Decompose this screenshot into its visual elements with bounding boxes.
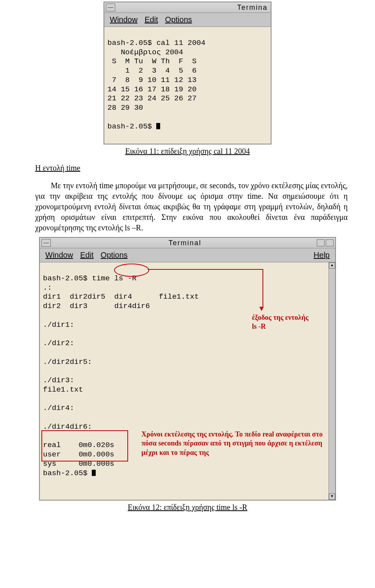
terminal-body-2: bash-2.05$ time ls -R .: dir1 dir2dir5 d… [40,262,335,500]
menubar-2: Window Edit Options Help [40,248,335,262]
paragraph-text: Με την εντολή time μπορούμε να μετρήσουμ… [35,180,348,233]
cursor-icon [92,470,96,476]
terminal-line: dir2 dir3 dir4dir6 [43,302,150,310]
terminal-body-1: bash-2.05$ cal 11 2004 Νοέμβριος 2004 S … [104,27,271,144]
annotation-text: ls -R [252,322,330,331]
annotation-text: έξοδος της εντολής [252,313,330,322]
terminal-line: ./dir2: [43,339,74,347]
terminal-window-1: — Termina Window Edit Options bash-2.05$… [104,2,271,144]
cursor-icon [156,123,160,129]
minimize-icon[interactable] [317,239,325,246]
menu-edit[interactable]: Edit [80,251,93,260]
terminal-line: bash-2.05$ [107,122,156,131]
window-buttons [317,239,334,246]
terminal-line: 28 29 30 [107,103,143,112]
annotation-text: Χρόνοι εκτέλεσης της εντολής. Το πεδίο r… [141,430,323,456]
terminal-line: ./dir2dir5: [43,358,92,366]
menu-window[interactable]: Window [110,15,138,24]
annotation-arrow-h [148,269,263,270]
scrollbar[interactable]: ▲ ▼ [329,262,335,500]
section-heading: Η εντολή time [35,164,348,173]
annotation-ellipse [114,264,149,277]
terminal-line: bash-2.05$ [43,469,92,478]
annotation-time-label: Χρόνοι εκτέλεσης της εντολής. Το πεδίο r… [141,430,325,457]
annotation-output-label: έξοδος της εντολής ls -R [252,313,330,331]
menu-edit[interactable]: Edit [145,15,158,24]
terminal-line: ./dir4dir6: [43,422,92,431]
window-title-1: Termina [118,4,269,12]
figure-caption-2: Εικόνα 12: επίδειξη χρήσης time ls -R [0,503,375,512]
menu-options[interactable]: Options [101,251,128,260]
terminal-line: 1 2 3 4 5 6 [107,66,196,75]
terminal-line: ./dir3: [43,376,74,385]
terminal-line: bash-2.05$ cal 11 2004 [107,39,205,47]
terminal-line: file1.txt [43,385,83,394]
titlebar-1: — Termina [104,2,271,13]
terminal-line: 14 15 16 17 18 19 20 [107,85,196,94]
menubar-1: Window Edit Options [104,13,271,27]
menu-window[interactable]: Window [45,251,73,260]
terminal-line: ./dir1: [43,321,74,329]
annotation-arrow-v [262,269,263,307]
scroll-track[interactable] [329,269,335,494]
titlebar-2: — Terminal [40,238,335,248]
figure-caption-1: Εικόνα 11: επίδειξη χρήσης cal 11 2004 [0,147,375,156]
menu-options[interactable]: Options [165,15,192,24]
terminal-line: S M Tu W Th F S [107,57,196,66]
terminal-line: .: [43,283,52,292]
terminal-line: dir1 dir2dir5 dir4 file1.txt [43,292,199,301]
terminal-line: 7 8 9 10 11 12 13 [107,76,196,84]
paragraph-body: Με την εντολή time μπορούμε να μετρήσουμ… [35,180,348,233]
annotation-rect [41,430,128,461]
window-title-2: Terminal [53,239,317,247]
window-menu-icon[interactable]: — [41,239,51,247]
terminal-line: Νοέμβριος 2004 [107,48,183,57]
scroll-down-icon[interactable]: ▼ [329,494,335,500]
menu-help[interactable]: Help [314,251,330,260]
window-menu-icon[interactable]: — [106,4,115,11]
maximize-icon[interactable] [326,239,334,246]
terminal-line: 21 22 23 24 25 26 27 [107,94,196,103]
terminal-line: ./dir4: [43,404,74,412]
scroll-up-icon[interactable]: ▲ [329,262,335,269]
arrow-down-icon: ▾ [259,304,264,313]
